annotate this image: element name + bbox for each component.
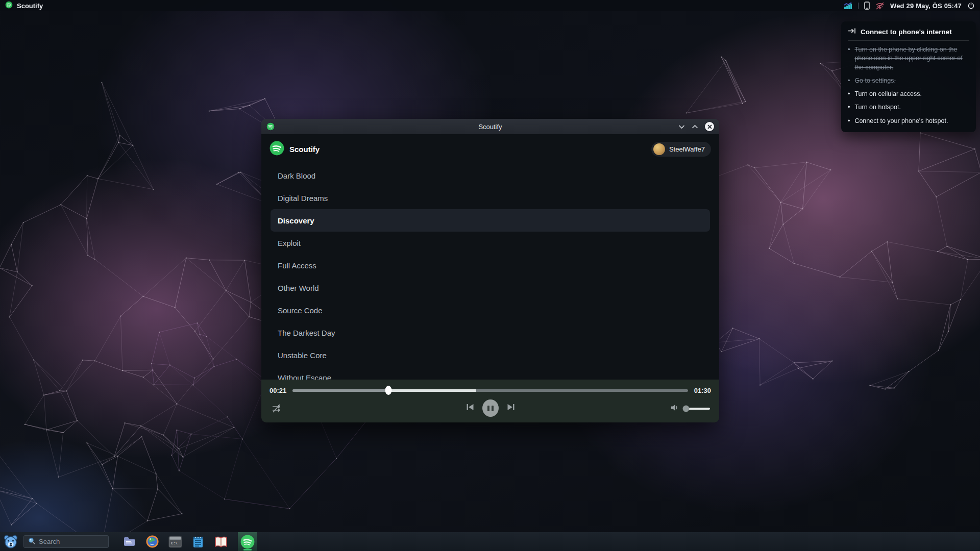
step-text: Turn on the phone by clicking on the pho… <box>854 45 969 72</box>
top-bar: Scoutify Wed 29 May, ÖS 05:47 <box>0 0 980 11</box>
volume-control <box>670 404 710 414</box>
top-bar-app-label: Scoutify <box>17 2 43 10</box>
notification-title: Connect to phone's internet <box>861 28 952 36</box>
bullet: • <box>848 45 850 72</box>
notification-step: •Turn on cellular access. <box>848 90 969 98</box>
volume-slider[interactable] <box>683 408 710 410</box>
step-text: Turn on hotspot. <box>854 103 901 112</box>
window-titlebar[interactable]: Scoutify <box>261 119 719 134</box>
notification-step: •Go to settings. <box>848 77 969 85</box>
arrow-to-bar-icon <box>848 27 856 36</box>
elapsed-time: 00:21 <box>270 387 286 394</box>
bullet: • <box>848 90 850 98</box>
network-usage-chart-icon[interactable] <box>844 2 852 10</box>
phone-icon[interactable] <box>864 2 870 10</box>
playlist-item[interactable]: Other World <box>271 277 710 299</box>
playlist-item[interactable]: Unstable Core <box>271 344 710 366</box>
step-text: Turn on cellular access. <box>854 90 922 98</box>
playlist-item[interactable]: Dark Blood <box>271 164 710 187</box>
progress-row: 00:21 01:30 <box>270 384 711 396</box>
clock[interactable]: Wed 29 May, ÖS 05:47 <box>890 2 962 10</box>
playlist-item[interactable]: Source Code <box>271 299 710 321</box>
player-bar: 00:21 01:30 <box>261 380 719 422</box>
active-app-indicator[interactable]: Scoutify <box>5 1 43 11</box>
playlist-item[interactable]: Discovery <box>271 209 710 232</box>
search-box[interactable] <box>23 535 109 548</box>
minimize-chevron-down-icon[interactable] <box>678 124 685 129</box>
user-avatar <box>653 143 665 155</box>
total-time: 01:30 <box>694 387 711 394</box>
search-input[interactable] <box>39 538 100 545</box>
player-controls <box>270 396 711 422</box>
reader-book-icon[interactable] <box>214 535 228 549</box>
pause-bar <box>487 406 489 411</box>
search-icon <box>28 537 35 546</box>
power-icon[interactable] <box>967 2 975 10</box>
seek-bar[interactable] <box>292 389 688 392</box>
system-tray: Wed 29 May, ÖS 05:47 <box>844 2 975 10</box>
notification-title-row: Connect to phone's internet <box>848 27 969 41</box>
maximize-chevron-up-icon[interactable] <box>692 124 698 129</box>
terminal-icon[interactable]: C:\ <box>168 535 182 549</box>
scoutify-icon[interactable] <box>238 532 257 551</box>
seek-thumb[interactable] <box>385 386 392 395</box>
window-controls <box>678 119 714 134</box>
playlist-item[interactable]: Digital Dreams <box>271 187 710 209</box>
app-header: Scoutify SteelWaffe7 <box>261 134 719 162</box>
tray-separator <box>858 3 859 9</box>
window-title: Scoutify <box>261 123 719 131</box>
pause-button[interactable] <box>482 399 499 417</box>
taskbar-apps: C:\ <box>122 532 257 551</box>
notification-panel: Connect to phone's internet •Turn on the… <box>841 21 976 132</box>
step-text: Connect to your phone's hotspot. <box>854 117 948 126</box>
file-manager-icon[interactable] <box>122 535 136 549</box>
web-browser-icon[interactable] <box>145 535 159 549</box>
scoutify-logo-icon <box>266 122 275 133</box>
notification-step-list: •Turn on the phone by clicking on the ph… <box>848 45 969 126</box>
bullet: • <box>848 77 850 85</box>
playlist: Dark BloodDigital DreamsDiscoveryExploit… <box>271 164 710 389</box>
app-name: Scoutify <box>289 145 320 154</box>
shuffle-icon[interactable] <box>272 404 283 416</box>
step-text: Go to settings. <box>854 77 896 85</box>
speaker-icon[interactable] <box>670 404 679 414</box>
notification-step: •Turn on hotspot. <box>848 103 969 112</box>
previous-track-button[interactable] <box>465 403 475 414</box>
notification-step: •Turn on the phone by clicking on the ph… <box>848 45 969 72</box>
window-body: Scoutify SteelWaffe7 Dark BloodDigital D… <box>261 134 719 422</box>
start-menu-bear-icon[interactable] <box>3 534 19 550</box>
user-menu[interactable]: SteelWaffe7 <box>651 142 711 157</box>
bullet: • <box>848 117 850 126</box>
taskbar: C:\ <box>0 532 980 551</box>
close-button[interactable] <box>705 122 714 131</box>
scoutify-window: Scoutify Scoutify SteelWaffe7 <box>261 119 719 422</box>
app-brand: Scoutify <box>270 141 320 158</box>
pause-bar <box>492 406 494 411</box>
seek-buffered-segment <box>388 389 476 392</box>
username: SteelWaffe7 <box>669 145 705 153</box>
terminal-label-glyph: C:\ <box>171 541 178 545</box>
volume-thumb[interactable] <box>683 406 690 412</box>
scoutify-logo-icon <box>270 141 284 158</box>
bullet: • <box>848 103 850 112</box>
playlist-item[interactable]: Full Access <box>271 254 710 277</box>
playlist-item[interactable]: Exploit <box>271 232 710 254</box>
seek-played-segment <box>292 389 388 392</box>
scoutify-logo-icon <box>5 1 13 11</box>
transport-controls <box>465 399 516 417</box>
next-track-button[interactable] <box>506 403 516 414</box>
playlist-item[interactable]: The Darkest Day <box>271 321 710 344</box>
wifi-off-icon[interactable] <box>875 2 885 10</box>
notification-step: •Connect to your phone's hotspot. <box>848 117 969 126</box>
notes-icon[interactable] <box>191 535 205 549</box>
